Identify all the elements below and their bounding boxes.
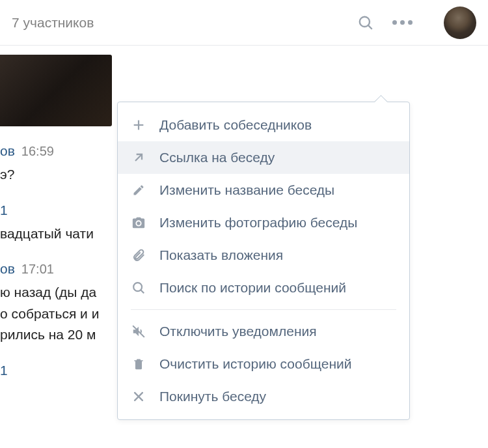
plus-icon (131, 117, 146, 133)
svg-line-6 (141, 290, 144, 293)
menu-label: Показать вложения (159, 247, 283, 263)
menu-show-attachments[interactable]: Показать вложения (118, 239, 409, 272)
more-button[interactable] (392, 20, 413, 25)
search-button[interactable] (357, 14, 374, 31)
participants-count[interactable]: 7 участников (12, 15, 94, 31)
image-attachment[interactable] (0, 55, 112, 126)
menu-label: Изменить название беседы (159, 182, 334, 198)
trash-icon (131, 356, 146, 372)
menu-leave-chat[interactable]: Покинуть беседу (118, 380, 409, 413)
menu-search-history[interactable]: Поиск по истории сообщений (118, 272, 409, 304)
menu-label: Очистить историю сообщений (159, 356, 351, 372)
attach-icon (131, 247, 146, 263)
chat-header: 7 участников (0, 0, 488, 46)
chat-actions-menu: Добавить собеседников Ссылка на беседу И… (117, 102, 410, 420)
menu-rename-chat[interactable]: Изменить название беседы (118, 174, 409, 206)
chat-body: ов 16:59 э? 1 вадцатый чати ов 17:01 ю н… (0, 55, 488, 448)
camera-icon (131, 215, 146, 231)
close-icon (131, 389, 146, 404)
menu-label: Отключить уведомления (159, 324, 317, 339)
message-author[interactable]: ов (0, 261, 15, 277)
menu-add-participants[interactable]: Добавить собеседников (118, 109, 409, 141)
header-actions (357, 7, 476, 39)
message-author[interactable]: ов (0, 143, 15, 159)
avatar[interactable] (444, 7, 476, 39)
menu-label: Покинуть беседу (159, 389, 266, 404)
arrow-up-right-icon (131, 150, 146, 165)
search-icon (131, 280, 146, 296)
menu-label: Добавить собеседников (159, 117, 312, 133)
search-icon (357, 14, 374, 31)
message-time: 16:59 (21, 144, 54, 159)
menu-mute-notifications[interactable]: Отключить уведомления (118, 315, 409, 348)
menu-clear-history[interactable]: Очистить историю сообщений (118, 348, 409, 380)
message-time: 17:01 (21, 262, 54, 277)
menu-chat-link[interactable]: Ссылка на беседу (118, 141, 409, 174)
menu-label: Поиск по истории сообщений (159, 280, 346, 296)
pencil-icon (131, 182, 146, 198)
menu-change-photo[interactable]: Изменить фотографию беседы (118, 206, 409, 239)
menu-label: Ссылка на беседу (159, 150, 275, 165)
svg-line-1 (368, 25, 372, 29)
menu-separator (131, 309, 396, 310)
ellipsis-icon (392, 20, 413, 25)
svg-point-5 (133, 283, 142, 291)
message-author[interactable]: 1 (0, 363, 8, 378)
svg-point-0 (360, 16, 370, 26)
mute-icon (131, 324, 146, 339)
message-author[interactable]: 1 (0, 203, 8, 218)
svg-line-4 (135, 154, 142, 161)
menu-label: Изменить фотографию беседы (159, 215, 357, 231)
